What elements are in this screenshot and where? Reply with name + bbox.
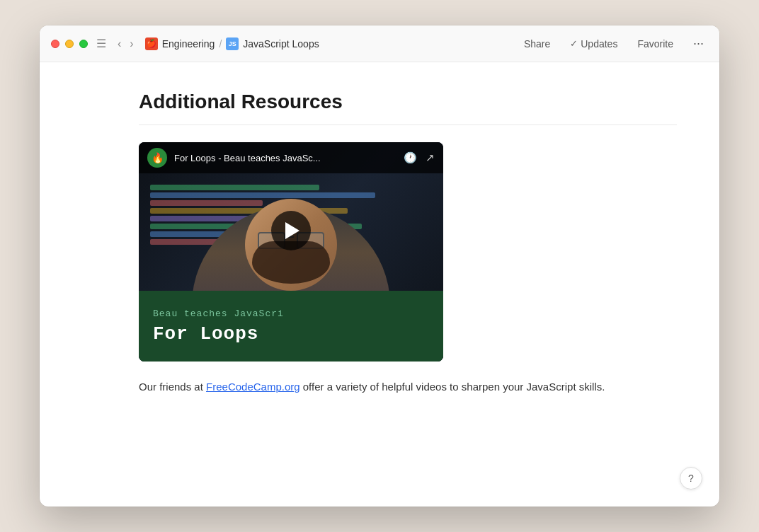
hamburger-icon[interactable]: ☰	[96, 37, 106, 50]
description-before-link: Our friends at	[139, 381, 206, 393]
traffic-lights	[51, 40, 88, 48]
video-title-large: For Loops	[153, 323, 429, 345]
freecodecamp-link[interactable]: FreeCodeCamp.org	[206, 381, 300, 393]
code-line-3	[150, 200, 263, 206]
video-channel-title: For Loops - Beau teaches JavaSc...	[174, 153, 396, 163]
video-embed[interactable]: 🔥 For Loops - Beau teaches JavaSc... 🕐 ↗	[139, 142, 443, 362]
forward-arrow-icon[interactable]: ›	[127, 37, 136, 51]
maximize-button[interactable]	[79, 40, 88, 48]
updates-label: Updates	[581, 38, 617, 50]
code-line-1	[150, 185, 319, 190]
updates-button[interactable]: ✓ Updates	[566, 35, 622, 52]
minimize-button[interactable]	[65, 40, 74, 48]
share-icon[interactable]: ↗	[426, 151, 435, 164]
page-breadcrumb-label: JavaScript Loops	[243, 38, 319, 50]
close-button[interactable]	[51, 40, 59, 48]
description-after-link: offer a variety of helpful videos to sha…	[300, 381, 605, 393]
engineering-icon: 🍎	[145, 37, 158, 50]
help-button[interactable]: ?	[680, 467, 702, 490]
app-window: ☰ ‹ › 🍎 Engineering / JS JavaScript Loop…	[40, 25, 719, 507]
video-top-actions: 🕐 ↗	[404, 151, 435, 164]
video-subtitle: Beau teaches JavaScri	[153, 308, 429, 319]
clock-icon[interactable]: 🕐	[404, 151, 417, 164]
favorite-button[interactable]: Favorite	[633, 35, 678, 52]
video-top-bar: 🔥 For Loops - Beau teaches JavaSc... 🕐 ↗	[139, 142, 443, 173]
channel-icon: 🔥	[147, 148, 167, 168]
description-text: Our friends at FreeCodeCamp.org offer a …	[139, 378, 649, 395]
breadcrumb-page[interactable]: JS JavaScript Loops	[226, 37, 319, 50]
video-bottom-bar: Beau teaches JavaScri For Loops	[139, 291, 443, 362]
breadcrumb-separator: /	[219, 38, 222, 50]
engineering-label: Engineering	[162, 38, 215, 50]
play-button[interactable]	[271, 211, 311, 250]
title-bar: ☰ ‹ › 🍎 Engineering / JS JavaScript Loop…	[40, 25, 719, 62]
video-thumbnail[interactable]: 🔥 For Loops - Beau teaches JavaSc... 🕐 ↗	[139, 142, 443, 362]
play-triangle-icon	[285, 222, 299, 239]
code-line-2	[150, 192, 375, 198]
breadcrumb-engineering[interactable]: 🍎 Engineering	[145, 37, 215, 50]
page-title: Additional Resources	[139, 91, 677, 113]
checkmark-icon: ✓	[570, 38, 578, 49]
breadcrumb: 🍎 Engineering / JS JavaScript Loops	[145, 37, 520, 50]
divider	[139, 125, 677, 125]
page-content: Additional Resources	[40, 62, 719, 507]
js-page-icon: JS	[226, 37, 239, 50]
share-button[interactable]: Share	[520, 35, 554, 52]
header-actions: Share ✓ Updates Favorite ···	[520, 35, 708, 52]
nav-arrows: ‹ ›	[115, 37, 137, 51]
back-arrow-icon[interactable]: ‹	[115, 37, 124, 51]
more-button[interactable]: ···	[689, 35, 708, 52]
